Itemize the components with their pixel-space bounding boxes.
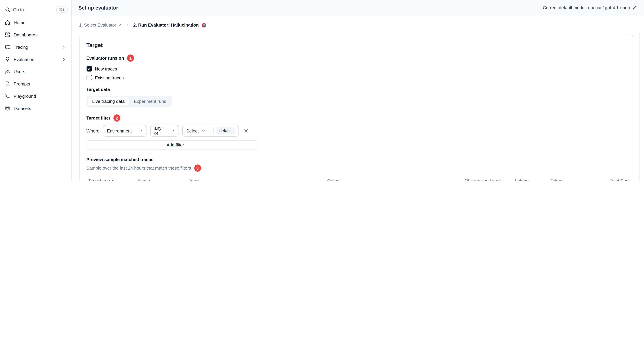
check-icon: ✓ [118,22,122,27]
column-header-input: Input [190,178,327,181]
target-data-label: Target data [86,86,627,93]
sidebar-item-label: Users [14,69,25,74]
sidebar-item-users[interactable]: Users [0,65,71,78]
tab-experiment-runs[interactable]: Experiment runs [130,97,170,106]
goto-label: Go to... [13,7,28,12]
preview-heading: Preview sample matched traces [86,156,627,163]
page-title: Set up evaluator [78,4,118,10]
chevron-down-icon [171,129,175,133]
filter-row: Where Environment any of Select default [86,125,627,137]
sidebar-item-label: Evaluation [14,57,34,62]
sidebar-item-label: Tracing [14,44,28,49]
divider [213,127,214,134]
file-code-icon [5,81,10,86]
sort-desc-icon: ▼ [112,179,114,181]
runs-on-label: Evaluator runs on 1 [86,54,627,62]
column-header-total-cost: Total Cost [610,178,630,181]
chevron-right-icon [126,23,130,27]
sidebar-item-label: Dashboards [14,32,38,37]
table-header-row: Timestamp ▼ Name Input Output Observatio… [86,176,630,181]
step-badge-3: 3 [194,164,201,172]
column-header-tokens: Tokens [550,178,610,181]
dashboard-icon [5,32,10,37]
filter-operator-select[interactable]: any of [150,125,179,137]
checkbox-label: Existing traces [95,75,124,80]
where-label: Where [86,128,100,133]
target-card: Target Evaluator runs on 1 New traces Ex… [79,35,634,181]
breadcrumb-step-1[interactable]: 1. Select Evaluator ✓ [79,22,122,27]
checkbox-label: New traces [95,66,117,71]
sidebar: Go to... ⌘ K Home Dashboards Tracing [0,0,72,181]
shortcut-badge: ⌘ K [56,6,68,12]
app-root: Go to... ⌘ K Home Dashboards Tracing [0,0,644,181]
filter-column-select[interactable]: Environment [103,125,147,137]
filter-value-select[interactable]: Select default [182,125,239,137]
sidebar-item-tracing[interactable]: Tracing [0,41,71,53]
sidebar-item-dashboards[interactable]: Dashboards [0,29,71,41]
plus-icon [160,143,164,147]
preview-table: Timestamp ▼ Name Input Output Observatio… [86,176,630,181]
column-header-output: Output [327,178,464,181]
default-model-text: Current default model: openai / gpt-4.1-… [543,5,630,10]
page-header: Set up evaluator Current default model: … [72,0,644,15]
step-badge-1: 1 [127,54,134,62]
sidebar-item-label: Datasets [14,106,31,111]
checkbox-existing-traces[interactable]: Existing traces [86,74,627,81]
chevron-right-icon [61,44,66,50]
sidebar-item-playground[interactable]: Playground [0,90,71,102]
column-header-latency: Latency [515,178,550,181]
checkbox-icon [86,66,92,71]
default-model-label: Current default model: openai / gpt-4.1-… [543,5,637,10]
breadcrumb-step-2: 2. Run Evaluator: Hallucination [133,22,206,28]
target-filter-label: Target filter 2 [86,114,627,122]
chevron-down-icon [202,129,206,133]
goto-search[interactable]: Go to... ⌘ K [5,5,68,14]
search-icon [5,7,10,12]
scrollbar-track[interactable] [639,33,642,181]
breadcrumb-step-2-label: 2. Run Evaluator: Hallucination [133,22,199,27]
home-icon [5,20,10,25]
chevron-down-icon [139,129,143,133]
target-data-tabs: Live tracing data Experiment runs [86,96,172,107]
remove-filter-button[interactable] [242,127,250,134]
breadcrumb-step-1-label: 1. Select Evaluator [79,22,116,27]
sidebar-item-evaluation[interactable]: Evaluation [0,53,71,65]
users-icon [5,69,10,74]
terminal-icon [5,93,10,99]
sidebar-item-prompts[interactable]: Prompts [0,78,71,90]
step-badge-2: 2 [114,114,120,122]
column-header-observation-levels: Observation Levels [464,178,515,181]
knot-emoji-icon [201,22,206,28]
lightbulb-icon [5,56,10,62]
chevron-right-icon [61,56,66,62]
sidebar-item-label: Playground [14,93,36,99]
column-header-timestamp[interactable]: Timestamp ▼ [86,178,138,181]
add-filter-button[interactable]: Add filter [86,140,258,149]
edit-pencil-icon[interactable] [633,5,637,10]
list-tree-icon [5,44,10,50]
sidebar-item-label: Home [14,20,26,25]
database-icon [5,106,10,111]
sidebar-item-home[interactable]: Home [0,16,71,29]
column-header-name: Name [138,178,190,181]
preview-subheading: Sample over the last 24 hours that match… [86,164,627,172]
breadcrumb: 1. Select Evaluator ✓ 2. Run Evaluator: … [72,15,644,35]
checkbox-icon [86,75,92,80]
sidebar-item-datasets[interactable]: Datasets [0,102,71,114]
checkbox-new-traces[interactable]: New traces [86,65,627,72]
filter-value-chip: default [216,127,235,134]
sidebar-item-label: Prompts [14,81,30,86]
target-heading: Target [86,41,627,49]
tab-live-tracing-data[interactable]: Live tracing data [88,97,130,106]
